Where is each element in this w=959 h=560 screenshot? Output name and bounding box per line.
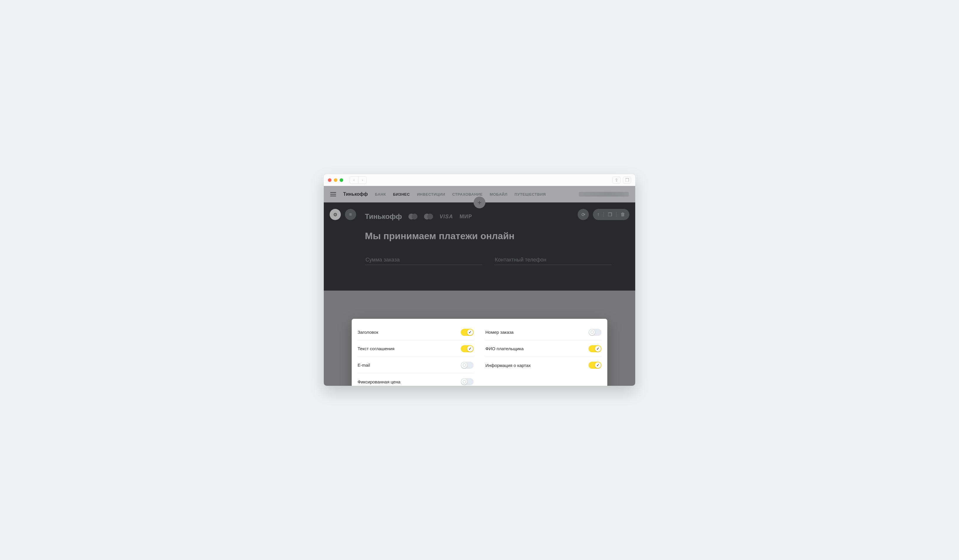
option-toggle[interactable]: [588, 362, 601, 369]
option-label: Заголовок: [358, 330, 378, 335]
nav-link-путешествия[interactable]: ПУТЕШЕСТВИЯ: [515, 192, 546, 197]
option-toggle[interactable]: [461, 378, 474, 385]
option-toggle[interactable]: [461, 329, 474, 336]
nav-forward-button[interactable]: ›: [358, 177, 366, 184]
option-label: Информация о картах: [485, 363, 530, 368]
maximize-window-button[interactable]: [339, 178, 343, 182]
option-row: Текст соглашения: [358, 340, 474, 357]
move-up-button[interactable]: ↑: [597, 212, 599, 217]
nav-back-button[interactable]: ‹: [350, 177, 358, 184]
option-toggle[interactable]: [588, 329, 601, 336]
option-toggle[interactable]: [461, 345, 474, 352]
option-label: Номер заказа: [485, 330, 514, 335]
share-icon: ⇪: [615, 177, 618, 183]
option-label: Фиксированная цена: [358, 379, 400, 384]
option-row: Информация о картах: [485, 357, 601, 374]
refresh-icon: ⟳: [581, 212, 585, 218]
visa-icon: VISA: [440, 213, 453, 220]
refresh-button[interactable]: ⟳: [578, 209, 589, 220]
nav-back-forward: ‹ ›: [350, 176, 367, 184]
phone-input[interactable]: [494, 255, 612, 265]
merchant-logo: Тинькофф: [365, 212, 402, 221]
duplicate-button[interactable]: ❐: [608, 212, 612, 218]
nav-link-мобайл[interactable]: МОБАЙЛ: [490, 192, 508, 197]
option-row: Номер заказа: [485, 324, 601, 340]
delete-button[interactable]: 🗑: [621, 212, 625, 217]
option-row: Заголовок: [358, 324, 474, 340]
mastercard-icon: [408, 213, 417, 220]
maestro-icon: [424, 213, 433, 220]
settings-toggle-button[interactable]: ⚙: [330, 209, 341, 220]
option-toggle[interactable]: [588, 345, 601, 352]
minimize-window-button[interactable]: [334, 178, 337, 182]
close-window-button[interactable]: [328, 178, 331, 182]
nav-link-бизнес[interactable]: БИЗНЕС: [393, 192, 410, 197]
sliders-icon: ⚙: [333, 212, 337, 218]
amount-input[interactable]: [365, 255, 483, 265]
add-block-button[interactable]: ＋: [474, 197, 485, 208]
window-titlebar: ‹ › ⇪ ❐: [324, 174, 635, 186]
nav-link-инвестиции[interactable]: ИНВЕСТИЦИИ: [417, 192, 445, 197]
option-row: Фиксированная цена: [358, 374, 474, 386]
align-button[interactable]: ≡: [345, 209, 356, 220]
brand-logo[interactable]: Тинькофф: [343, 192, 368, 197]
browser-window: ‹ › ⇪ ❐ Тинькофф БАНКБИЗНЕСИНВЕСТИЦИИСТР…: [324, 174, 635, 386]
payment-editor-panel: ＋ ⚙ ≡ ⟳ ↑ ❐ 🗑 Тинькофф: [324, 202, 635, 291]
option-label: ФИО плательщика: [485, 346, 524, 351]
option-label: E-mail: [358, 363, 370, 368]
align-icon: ≡: [349, 212, 352, 217]
menu-button[interactable]: [330, 192, 336, 196]
share-button[interactable]: ⇪: [612, 177, 621, 184]
mir-icon: МИР: [460, 213, 472, 220]
option-row: E-mail: [358, 357, 474, 374]
hero-title: Мы принимаем платежи онлайн: [365, 231, 623, 242]
account-placeholder: [579, 192, 629, 197]
option-row: ФИО плательщика: [485, 340, 601, 357]
option-label: Текст соглашения: [358, 346, 394, 351]
nav-link-страхование[interactable]: СТРАХОВАНИЕ: [452, 192, 483, 197]
tabs-icon: ❐: [625, 177, 629, 183]
nav-link-банк[interactable]: БАНК: [375, 192, 386, 197]
option-toggle[interactable]: [461, 362, 474, 369]
window-controls: [328, 178, 343, 182]
block-actions: ↑ ❐ 🗑: [593, 209, 629, 220]
tabs-button[interactable]: ❐: [623, 177, 631, 184]
field-options-popup: ЗаголовокТекст соглашенияE-mailФиксирова…: [352, 319, 607, 386]
